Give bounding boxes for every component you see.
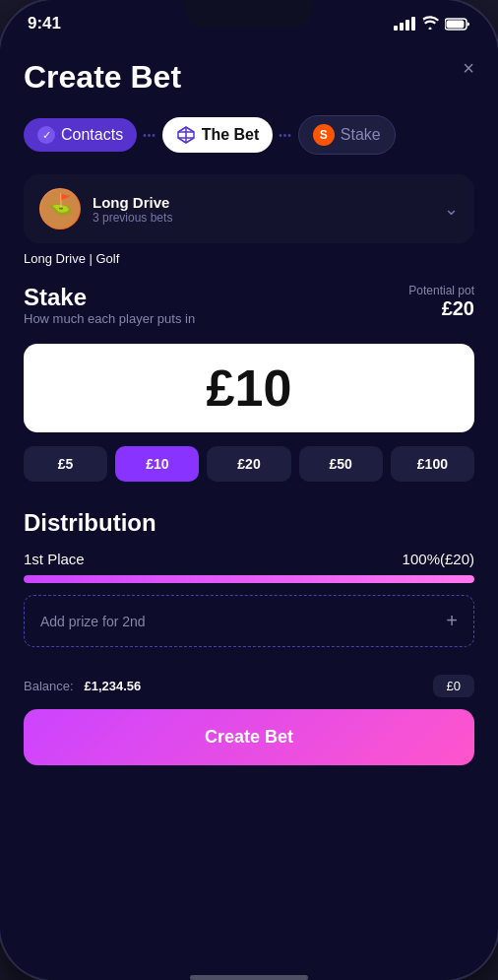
quick-amounts: £5 £10 £20 £50 £100	[24, 446, 474, 482]
svg-text:⛳: ⛳	[48, 192, 73, 216]
steps-bar: ✓ Contacts ••• The Bet	[24, 115, 474, 155]
footer-balance: Balance: £1,234.56 £0	[24, 675, 474, 697]
page-title: Create Bet	[24, 59, 474, 96]
phone-frame: 9:41	[0, 0, 498, 980]
dist-value-1: 100%(£20)	[403, 551, 474, 567]
step-dots-1: •••	[143, 130, 156, 141]
close-button[interactable]: ×	[463, 57, 474, 80]
potential-pot-label: Potential pot	[408, 284, 474, 297]
notch	[185, 0, 313, 28]
step-contacts[interactable]: ✓ Contacts	[24, 118, 137, 152]
step-dots-2: •••	[279, 130, 292, 141]
check-icon: ✓	[37, 126, 55, 144]
svg-rect-1	[447, 20, 465, 28]
status-time: 9:41	[28, 14, 61, 33]
stake-section-left: Stake How much each player puts in	[24, 284, 195, 340]
bet-card[interactable]: ⛳ Long Drive 3 previous bets ⌄	[24, 174, 474, 243]
bet-previous: 3 previous bets	[93, 211, 172, 225]
add-prize-row[interactable]: Add prize for 2nd +	[24, 595, 474, 647]
main-content: × Create Bet ✓ Contacts •••	[0, 41, 498, 971]
stake-icon: S	[313, 124, 335, 146]
amount-10[interactable]: £10	[115, 446, 199, 482]
bet-tag: Long Drive | Golf	[24, 251, 474, 266]
bet-info: Long Drive 3 previous bets	[93, 194, 172, 225]
amount-5[interactable]: £5	[24, 446, 107, 482]
chevron-down-icon: ⌄	[444, 198, 459, 220]
distribution-title: Distribution	[24, 509, 474, 537]
phone-screen: 9:41	[0, 0, 498, 980]
wifi-icon	[421, 16, 439, 33]
create-bet-button[interactable]: Create Bet	[24, 709, 474, 765]
stake-title: Stake	[24, 284, 195, 311]
dist-bar-1	[24, 575, 474, 583]
amount-20[interactable]: £20	[207, 446, 290, 482]
balance-zero: £0	[433, 675, 474, 697]
bet-card-left: ⛳ Long Drive 3 previous bets	[39, 188, 172, 229]
balance-amount: £1,234.56	[84, 679, 141, 693]
bet-name: Long Drive	[93, 194, 172, 211]
stake-amount: £10	[207, 359, 292, 418]
stake-subtitle: How much each player puts in	[24, 311, 195, 326]
stake-header: Stake How much each player puts in Poten…	[24, 284, 474, 340]
potential-pot: Potential pot £20	[408, 284, 474, 320]
avatar: ⛳	[39, 188, 81, 229]
amount-50[interactable]: £50	[299, 446, 383, 482]
status-icons	[394, 16, 470, 33]
battery-icon	[445, 18, 470, 31]
stake-display[interactable]: £10	[24, 344, 474, 432]
signal-icon	[394, 17, 415, 31]
balance-label: Balance: £1,234.56	[24, 679, 141, 693]
add-prize-label: Add prize for 2nd	[40, 614, 146, 629]
home-indicator	[190, 975, 308, 980]
dist-bar-fill-1	[24, 575, 474, 583]
step-the-bet-label: The Bet	[202, 126, 260, 144]
amount-100[interactable]: £100	[391, 446, 474, 482]
step-contacts-label: Contacts	[61, 126, 123, 144]
step-the-bet[interactable]: The Bet	[162, 117, 274, 153]
cube-icon	[176, 125, 196, 145]
dist-row-1: 1st Place 100%(£20)	[24, 551, 474, 567]
dist-label-1: 1st Place	[24, 551, 85, 567]
step-stake[interactable]: S Stake	[298, 115, 396, 155]
add-prize-plus-icon: +	[446, 610, 458, 632]
potential-pot-value: £20	[408, 297, 474, 320]
step-stake-label: Stake	[341, 126, 381, 144]
